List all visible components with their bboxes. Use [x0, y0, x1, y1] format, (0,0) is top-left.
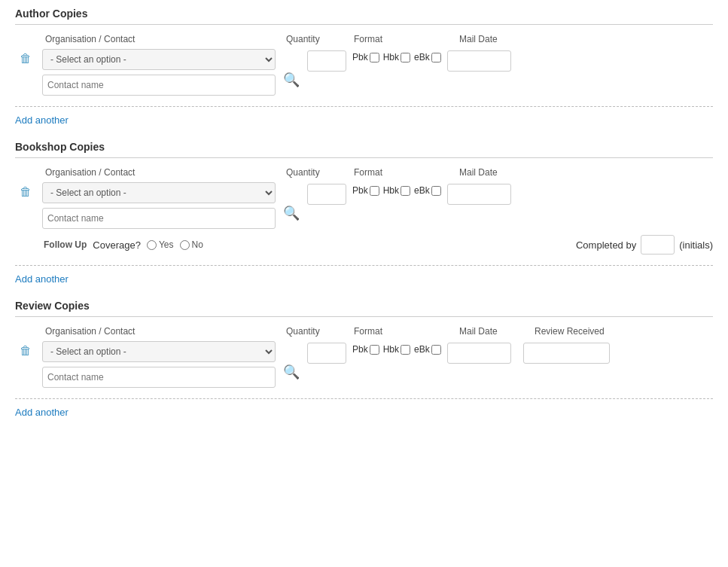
author-header-mail: Mail Date	[459, 34, 535, 44]
author-delete-button[interactable]: 🗑	[15, 52, 36, 66]
bookshop-search-button[interactable]: 🔍	[282, 205, 301, 221]
review-ebk-label: eBk	[414, 344, 441, 355]
bookshop-copies-header: Organisation / Contact Quantity Format M…	[15, 167, 713, 178]
bookshop-ebk-text: eBk	[414, 185, 430, 196]
review-header-format: Format	[354, 326, 459, 337]
author-contact-name-input[interactable]	[42, 75, 276, 96]
author-format-col: Pbk Hbk eBk	[352, 49, 441, 62]
bookshop-hbk-text: Hbk	[383, 185, 399, 196]
bookshop-contact-name-input[interactable]	[42, 208, 276, 229]
bookshop-add-another-button[interactable]: Add another	[15, 273, 69, 285]
follow-up-row: Follow Up Coverage? Yes No Completed by …	[15, 235, 713, 255]
bookshop-divider	[15, 265, 713, 266]
bookshop-hbk-checkbox[interactable]	[401, 186, 410, 196]
coverage-label: Coverage?	[93, 239, 141, 251]
author-hbk-label: Hbk	[383, 52, 410, 62]
review-copies-header: Organisation / Contact Quantity Format M…	[15, 326, 713, 337]
review-hbk-text: Hbk	[383, 344, 399, 355]
review-add-another-button[interactable]: Add another	[15, 407, 69, 418]
author-copies-section: Author Copies Organisation / Contact Qua…	[15, 8, 713, 126]
review-format-col: Pbk Hbk eBk	[352, 341, 441, 355]
author-copies-title: Author Copies	[15, 8, 713, 25]
review-hbk-label: Hbk	[383, 344, 410, 355]
trash-icon: 🗑	[20, 52, 32, 65]
bookshop-hbk-label: Hbk	[383, 185, 410, 196]
trash-icon-3: 🗑	[20, 344, 32, 357]
review-pbk-text: Pbk	[352, 344, 368, 355]
search-icon-3: 🔍	[283, 364, 300, 380]
author-org-contact-col: - Select an option -	[42, 49, 276, 96]
bookshop-header-qty: Quantity	[286, 167, 354, 178]
author-ebk-checkbox[interactable]	[431, 53, 441, 62]
author-pbk-text: Pbk	[352, 52, 368, 62]
bookshop-qty-input[interactable]	[307, 184, 346, 205]
follow-up-yes-text: Yes	[159, 239, 174, 250]
review-qty-col	[307, 341, 346, 364]
author-search-button[interactable]: 🔍	[282, 72, 301, 88]
bookshop-pbk-text: Pbk	[352, 185, 368, 196]
follow-up-no-label: No	[180, 239, 203, 250]
author-hbk-text: Hbk	[383, 52, 399, 62]
bookshop-mail-col	[447, 182, 511, 205]
author-hbk-checkbox[interactable]	[401, 53, 410, 62]
review-entry-row: 🗑 - Select an option - 🔍 Pbk H	[15, 341, 713, 388]
review-org-select[interactable]: - Select an option -	[42, 341, 276, 362]
review-header-mail: Mail Date	[459, 326, 535, 337]
review-header-qty: Quantity	[286, 326, 354, 337]
author-qty-col	[307, 49, 346, 72]
author-entry-row: 🗑 - Select an option - 🔍 Pbk H	[15, 49, 713, 96]
review-contact-name-input[interactable]	[42, 367, 276, 388]
search-icon: 🔍	[283, 72, 300, 87]
follow-up-no-text: No	[192, 239, 203, 250]
follow-up-inline: Follow Up Coverage? Yes No	[44, 239, 547, 251]
review-org-contact-col: - Select an option -	[42, 341, 276, 388]
author-ebk-label: eBk	[414, 52, 441, 62]
review-delete-button[interactable]: 🗑	[15, 344, 36, 358]
author-pbk-label: Pbk	[352, 52, 379, 62]
review-search-button[interactable]: 🔍	[282, 364, 301, 380]
review-received-input[interactable]	[523, 343, 610, 364]
follow-up-yes-radio[interactable]	[147, 240, 157, 250]
author-add-another-button[interactable]: Add another	[15, 114, 69, 126]
follow-up-no-radio[interactable]	[180, 240, 190, 250]
review-divider	[15, 398, 713, 399]
review-copies-title: Review Copies	[15, 300, 713, 317]
bookshop-ebk-label: eBk	[414, 185, 441, 196]
completed-by-label: Completed by	[576, 239, 636, 251]
review-mail-input[interactable]	[447, 343, 511, 364]
review-received-col	[523, 341, 610, 364]
author-header-org: Organisation / Contact	[45, 34, 286, 44]
bookshop-pbk-label: Pbk	[352, 185, 379, 196]
author-header-qty: Quantity	[286, 34, 354, 44]
bookshop-header-mail: Mail Date	[459, 167, 535, 178]
author-qty-input[interactable]	[307, 50, 346, 72]
review-qty-input[interactable]	[307, 343, 346, 364]
completed-by-area: Completed by (initials)	[576, 235, 713, 255]
review-hbk-checkbox[interactable]	[401, 345, 410, 355]
review-ebk-checkbox[interactable]	[431, 345, 441, 355]
bookshop-entry-row: 🗑 - Select an option - 🔍 Pbk H	[15, 182, 713, 229]
bookshop-ebk-checkbox[interactable]	[431, 186, 441, 196]
author-header-format: Format	[354, 34, 459, 44]
follow-up-yes-label: Yes	[147, 239, 174, 250]
bookshop-org-select[interactable]: - Select an option -	[42, 182, 276, 203]
initials-input[interactable]	[641, 235, 675, 255]
bookshop-header-format: Format	[354, 167, 459, 178]
trash-icon-2: 🗑	[20, 185, 32, 198]
review-header-org: Organisation / Contact	[45, 326, 286, 337]
bookshop-org-contact-col: - Select an option -	[42, 182, 276, 229]
review-header-review: Review Received	[535, 326, 632, 337]
bookshop-delete-button[interactable]: 🗑	[15, 185, 36, 199]
initials-label: (initials)	[679, 239, 713, 251]
author-divider	[15, 106, 713, 107]
author-org-select[interactable]: - Select an option -	[42, 49, 276, 70]
follow-up-label: Follow Up	[44, 239, 87, 250]
author-pbk-checkbox[interactable]	[370, 53, 379, 62]
bookshop-format-col: Pbk Hbk eBk	[352, 182, 441, 196]
author-mail-input[interactable]	[447, 50, 511, 72]
author-mail-col	[447, 49, 511, 72]
bookshop-pbk-checkbox[interactable]	[370, 186, 379, 196]
bookshop-mail-input[interactable]	[447, 184, 511, 205]
author-copies-header: Organisation / Contact Quantity Format M…	[15, 34, 713, 44]
review-pbk-checkbox[interactable]	[370, 345, 379, 355]
